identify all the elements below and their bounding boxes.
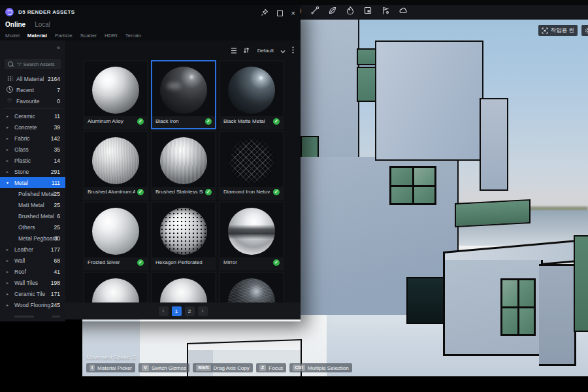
sidebar-category-metal[interactable]: ▾Metal111 — [0, 177, 65, 188]
material-name: Brushed Aluminum Alloy — [88, 189, 135, 195]
tab-model[interactable]: Model — [5, 33, 20, 39]
material-sphere — [92, 208, 139, 255]
sidebar-category-wall-tiles[interactable]: ▸Wall Tiles198 — [0, 277, 65, 288]
material-sphere — [160, 137, 207, 184]
material-tile-hexperf[interactable]: Hexagon Perforated Alum... — [151, 201, 216, 270]
sidebar-category-leather[interactable]: ▸Leather177 — [0, 244, 65, 255]
sidebar-category-fabric[interactable]: ▸Fabric142 — [0, 133, 65, 144]
sidebar-subcategory-brushed-metal[interactable]: Brushed Metal6 — [0, 210, 65, 221]
collapse-sidebar-icon[interactable]: « — [57, 44, 60, 51]
sidebar-item-favourite[interactable]: ♡Favourite0 — [0, 95, 65, 106]
sort-dropdown-label[interactable]: Default — [257, 48, 274, 54]
page-button-1[interactable]: 1 — [172, 306, 182, 316]
tab-hdri[interactable]: HDRI — [105, 33, 118, 39]
material-name: Hexagon Perforated Alum... — [155, 259, 203, 265]
category-count: 291 — [51, 169, 60, 175]
material-tile-aluminum[interactable]: Aluminum Alloy✓ — [83, 60, 148, 129]
tab-material[interactable]: Material — [27, 33, 47, 39]
tab-particle[interactable]: Particle — [55, 33, 73, 39]
list-view-icon[interactable] — [229, 44, 237, 56]
quick-filter-list: All Material2164Recent7♡Favourite0 — [0, 73, 65, 106]
scene-badge[interactable]: 작업용 씬 — [538, 25, 578, 36]
downloaded-check-icon: ✓ — [137, 118, 144, 125]
category-count: 142 — [51, 135, 60, 142]
pin-icon[interactable] — [261, 7, 269, 19]
material-preview — [220, 203, 283, 257]
flame-tool-icon[interactable] — [346, 6, 355, 15]
sidebar-category-stone[interactable]: ▸Stone291 — [0, 166, 65, 177]
sidebar-category-ceramic[interactable]: ▸Ceramic11 — [0, 110, 65, 122]
building-window-upper — [389, 166, 436, 205]
category-label: Glass — [14, 146, 29, 153]
search-box[interactable] — [5, 59, 61, 69]
sort-icon[interactable] — [243, 44, 250, 56]
kebab-menu-icon[interactable] — [292, 44, 294, 56]
sidebar-category-roof[interactable]: ▸Roof41 — [0, 266, 65, 277]
subcategory-label: Metal Pegboard — [18, 235, 57, 242]
material-preview — [152, 132, 215, 187]
tab-terrain[interactable]: Terrain — [125, 33, 141, 39]
sidebar-category-plastic[interactable]: ▸Plastic14 — [0, 155, 65, 166]
material-preview — [84, 61, 147, 116]
search-input[interactable] — [16, 61, 61, 68]
app-toolbar: ) — [299, 6, 408, 15]
sidebar-item-all-material[interactable]: All Material2164 — [0, 73, 65, 84]
wand-tool-icon[interactable] — [310, 6, 319, 15]
material-tile-brushedalu[interactable]: Brushed Aluminum Alloy✓ — [83, 131, 148, 200]
maximize-icon[interactable] — [277, 10, 283, 16]
material-tile-brushedsteel[interactable]: Brushed Stainless Steel✓ — [151, 131, 216, 200]
material-preview — [152, 203, 215, 257]
shortcut-key: Shift — [196, 365, 211, 371]
shortcut-label: Focus — [269, 365, 283, 371]
category-count: 245 — [51, 302, 60, 308]
sidebar-item-recent[interactable]: Recent7 — [0, 84, 65, 95]
downloaded-check-icon: ✓ — [273, 189, 280, 195]
weather-cloud-icon[interactable] — [399, 6, 408, 15]
chevron-collapsed-icon: ▸ — [7, 302, 12, 307]
category-list: ▸Ceramic11▸Concrete39▸Fabric142▸Glass35▸… — [0, 110, 65, 310]
next-page-icon[interactable]: › — [198, 306, 208, 316]
shortcut-hint-material-picker: IMaterial Picker — [86, 363, 135, 372]
shortcut-key: I — [90, 365, 95, 371]
material-sphere — [92, 67, 139, 114]
chevron-collapsed-icon: ▸ — [7, 247, 12, 252]
category-label: Fabric — [14, 135, 30, 142]
shortcut-hints: IMaterial PickerVSwitch GizmosShiftDrag … — [86, 363, 352, 372]
sidebar-item-label: Recent — [16, 87, 34, 93]
category-label: Plastic — [14, 157, 31, 164]
material-tile-blackmatte[interactable]: Black Matte Metal✓ — [219, 60, 284, 129]
d5-logo-icon — [5, 8, 14, 16]
tab-local[interactable]: Local — [35, 21, 50, 28]
subcategory-count: 25 — [54, 191, 60, 197]
path-flag-icon[interactable] — [381, 6, 390, 15]
sidebar-category-wood-flooring[interactable]: ▸Wood Flooring245 — [0, 299, 65, 310]
page-button-2[interactable]: 2 — [185, 306, 195, 316]
downloaded-check-icon: ✓ — [273, 259, 280, 266]
material-preview — [84, 203, 147, 257]
sidebar-subcategory-others[interactable]: Others25 — [0, 221, 65, 233]
decal-texture-icon[interactable] — [363, 6, 372, 15]
sidebar-category-concrete[interactable]: ▸Concrete39 — [0, 122, 65, 133]
tab-online[interactable]: Online — [5, 21, 25, 28]
sidebar-subcategory-metal-pegboard[interactable]: Metal Pegboard30 — [0, 233, 65, 244]
sidebar-category-glass[interactable]: ▸Glass35 — [0, 144, 65, 155]
tab-scatter[interactable]: Scatter — [80, 33, 97, 39]
sidebar-category-wall[interactable]: ▸Wall68 — [0, 255, 65, 266]
shortcut-hint-focus: ZFocus — [256, 363, 286, 372]
material-tile-frosted[interactable]: Frosted Silver✓ — [83, 201, 148, 270]
close-icon[interactable]: × — [291, 10, 295, 17]
sidebar-category-ceramic-tile[interactable]: ▸Ceramic Tile171 — [0, 288, 65, 299]
sidebar-subcategory-matt-metal[interactable]: Matt Metal25 — [0, 199, 65, 210]
sidebar-subcategory-polished-metal[interactable]: Polished Metal25 — [0, 188, 65, 199]
prev-page-icon[interactable]: ‹ — [159, 306, 169, 316]
material-grid: Aluminum Alloy✓Black Iron✓Black Matte Me… — [83, 60, 292, 297]
material-tile-blackiron[interactable]: Black Iron✓ — [151, 60, 216, 129]
chevron-down-icon[interactable] — [280, 44, 286, 56]
edge-badge-clipped[interactable]: 디 — [581, 25, 588, 36]
vegetation-leaf-icon[interactable] — [328, 6, 337, 15]
material-tile-mirror[interactable]: Mirror✓ — [219, 201, 284, 270]
material-tile-diamondnet[interactable]: Diamond Iron Netuv✓ — [219, 131, 284, 200]
downloaded-check-icon: ✓ — [205, 189, 212, 195]
category-count: 39 — [54, 124, 60, 131]
building-green-band — [455, 199, 531, 227]
